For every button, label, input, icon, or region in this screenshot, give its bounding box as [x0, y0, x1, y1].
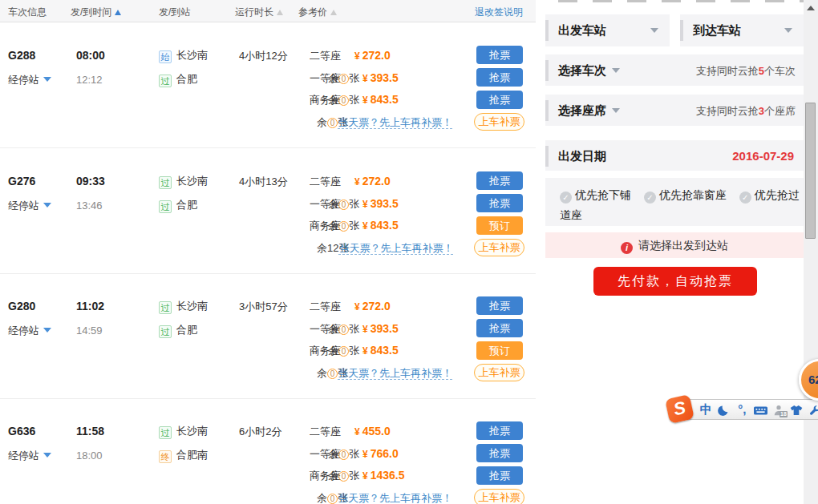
buy-onboard-link[interactable]: 当天票？先上车再补票！	[338, 367, 452, 380]
departure-date-select[interactable]: 出发日期 2016-07-29	[545, 140, 804, 171]
remaining-tickets: 余0张	[328, 345, 359, 357]
stops-toggle[interactable]: 经停站	[8, 449, 51, 463]
train-list-table: 车次信息 发/到时间 发/到站 运行时长 参考价 退改签说明 G288 经停站 …	[0, 0, 536, 504]
pref-lower-berth-checkbox[interactable]: ✓优先抢下铺	[560, 188, 631, 201]
grab-ticket-button[interactable]: 抢票	[476, 68, 523, 87]
buy-onboard-link[interactable]: 当天票？先上车再补票！	[338, 242, 453, 255]
board-then-pay-button[interactable]: 上车补票	[474, 364, 524, 381]
arrival-time: 12:12	[76, 74, 103, 86]
col-ref-price-sort[interactable]: 参考价	[298, 6, 337, 19]
stops-toggle[interactable]: 经停站	[8, 73, 51, 87]
grab-ticket-button[interactable]: 抢票	[476, 171, 523, 190]
pass-badge: 过	[159, 200, 172, 213]
departure-date-value[interactable]: 2016-07-29	[732, 149, 794, 163]
ime-skin-person-icon[interactable]: 18	[769, 400, 788, 419]
grab-ticket-button[interactable]: 抢票	[476, 91, 523, 109]
grab-ticket-button[interactable]: 抢票	[476, 194, 523, 212]
seat-price: ¥272.0	[354, 175, 391, 187]
preference-options: ✓优先抢下铺 ✓优先抢靠窗座 ✓优先抢过道座	[545, 178, 804, 226]
seat-price: ¥843.5	[362, 93, 399, 106]
arrival-station-select[interactable]: 到达车站	[680, 14, 804, 46]
board-then-pay-button[interactable]: 上车补票	[474, 239, 524, 256]
date-tab-remnant	[765, 0, 784, 2]
vertical-scrollbar[interactable]	[804, 0, 818, 504]
departure-station-label: 出发车站	[558, 23, 606, 38]
ime-punctuation-icon[interactable]: °,	[733, 400, 751, 419]
grab-ticket-button[interactable]: 抢票	[476, 466, 523, 485]
scrollbar-up-arrow-icon[interactable]	[807, 6, 815, 10]
table-header: 车次信息 发/到时间 发/到站 运行时长 参考价 退改签说明	[0, 0, 536, 22]
chevron-down-icon	[43, 328, 51, 333]
refund-policy-link[interactable]: 退改签说明	[475, 6, 523, 19]
train-select-label: 选择车次	[558, 63, 606, 77]
seat-option: 二等座¥272.0	[310, 49, 391, 63]
arrival-station: 过合肥	[159, 197, 197, 213]
col-duration-sort[interactable]: 运行时长	[235, 6, 283, 19]
buy-onboard-link[interactable]: 当天票？先上车再补票！	[338, 492, 452, 504]
pref-window-seat-checkbox[interactable]: ✓优先抢靠窗座	[644, 188, 727, 201]
remaining-tickets: 余0张	[328, 94, 359, 106]
duration: 4小时12分	[239, 49, 288, 63]
chevron-down-icon	[612, 68, 620, 73]
date-tab-remnant	[731, 0, 750, 2]
ime-keyboard-icon[interactable]	[751, 400, 770, 419]
pass-badge: 过	[159, 426, 172, 439]
departure-station-select[interactable]: 出发车站	[545, 14, 670, 46]
book-ticket-button[interactable]: 预订	[476, 341, 523, 360]
pay-first-auto-grab-button[interactable]: 先付款，自动抢票	[593, 267, 757, 296]
seat-option: 商务座余0张¥843.5	[310, 344, 399, 358]
grab-ticket-button[interactable]: 抢票	[476, 444, 523, 462]
seat-price: ¥272.0	[354, 49, 391, 62]
pass-badge: 过	[159, 325, 172, 338]
book-ticket-button[interactable]: 预订	[476, 216, 523, 235]
chevron-down-icon	[784, 28, 792, 33]
scrollbar-thumb[interactable]	[805, 103, 816, 239]
seat-select-hint: 支持同时云抢3个座席	[696, 104, 796, 119]
grab-ticket-button[interactable]: 抢票	[476, 296, 523, 315]
date-tab-remnant	[558, 0, 577, 2]
standby-ticket-line: 余0张当天票？先上车再补票！	[317, 366, 452, 381]
board-then-pay-button[interactable]: 上车补票	[474, 113, 524, 131]
seat-price: ¥843.5	[362, 344, 399, 357]
grab-ticket-button[interactable]: 抢票	[476, 319, 523, 337]
remaining-tickets: 余0张	[328, 220, 359, 232]
origin-badge: 始	[159, 50, 172, 63]
departure-date-label: 出发日期	[558, 149, 606, 164]
col-dep-arr-time-sort[interactable]: 发/到时间	[71, 6, 121, 19]
stops-toggle[interactable]: 经停站	[8, 324, 51, 338]
skin-badge: 18	[780, 411, 788, 417]
col-dep-arr-station: 发/到站	[159, 6, 190, 19]
train-select[interactable]: 选择车次 支持同时云抢5个车次	[545, 54, 804, 86]
booking-panel: 出发车站 到达车站 选择车次 支持同时云抢5个车次 选择座席 支持同时云抢3个座…	[544, 0, 804, 504]
ime-clothes-icon[interactable]	[788, 400, 806, 419]
ime-chinese-mode-icon[interactable]: 中	[697, 400, 715, 419]
seat-option: 一等座余0张¥393.5	[310, 71, 399, 86]
train-number: G288	[8, 49, 35, 62]
remaining-tickets: 余0张	[328, 323, 359, 335]
pass-badge: 过	[159, 75, 172, 87]
seat-option: 一等座余0张¥766.0	[310, 447, 399, 462]
seat-price: ¥766.0	[362, 447, 399, 460]
seat-select[interactable]: 选择座席 支持同时云抢3个座席	[545, 95, 804, 126]
remaining-tickets: 余0张	[328, 470, 359, 482]
ime-settings-wrench-icon[interactable]	[805, 400, 818, 419]
buy-onboard-link[interactable]: 当天票？先上车再补票！	[338, 116, 452, 129]
seat-option: 二等座¥455.0	[310, 425, 391, 439]
grab-ticket-button[interactable]: 抢票	[476, 421, 523, 440]
ime-fullwidth-moon-icon[interactable]	[715, 400, 734, 419]
train-row: G636 经停站 11:58 18:00 过长沙南 终合肥南 6小时2分 二等座…	[0, 399, 536, 504]
pass-badge: 过	[159, 176, 172, 189]
seat-price: ¥393.5	[362, 322, 399, 335]
check-icon: ✓	[644, 192, 656, 204]
stops-toggle[interactable]: 经停站	[8, 199, 51, 213]
standby-ticket-line: 余12张当天票？先上车再补票！	[317, 241, 453, 256]
grab-ticket-button[interactable]: 抢票	[476, 46, 523, 64]
seat-price: ¥393.5	[362, 197, 399, 210]
sort-up-icon	[330, 10, 337, 15]
alert-icon: i	[621, 242, 633, 254]
departure-time: 11:02	[76, 300, 104, 312]
seat-price: ¥272.0	[354, 300, 391, 312]
arrival-time: 18:00	[76, 450, 103, 462]
board-then-pay-button[interactable]: 上车补票	[474, 489, 524, 504]
sogou-logo-icon[interactable]: S	[665, 394, 694, 424]
